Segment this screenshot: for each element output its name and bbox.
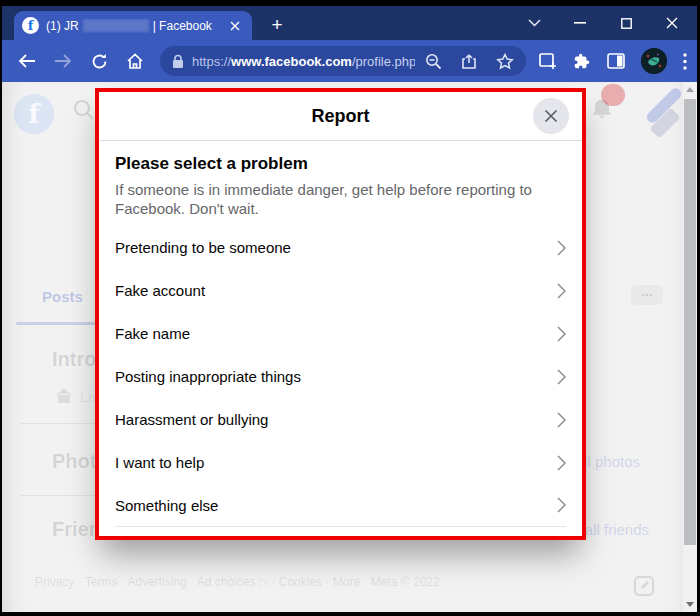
- chevron-right-icon: [557, 455, 566, 471]
- footer-links: Privacy · Terms · Advertising · Ad choic…: [35, 575, 440, 589]
- tab-posts: Posts: [42, 288, 83, 305]
- option-fake-name[interactable]: Fake name: [115, 312, 566, 355]
- chevron-right-icon: [557, 369, 566, 385]
- bookmark-star-icon[interactable]: [496, 53, 514, 70]
- option-label: Harassment or bullying: [115, 411, 268, 428]
- url-scheme: https://: [192, 54, 231, 69]
- facebook-favicon-icon: f: [22, 17, 39, 34]
- option-pretending-to-be-someone[interactable]: Pretending to be someone: [115, 226, 566, 269]
- tab-title-suffix: | Facebook: [153, 19, 212, 33]
- zoom-out-icon[interactable]: [425, 53, 442, 70]
- url-text: https://www.facebook.com/profile.php…: [192, 54, 415, 69]
- problem-heading: Please select a problem: [115, 153, 566, 174]
- report-options-list: Pretending to be someone Fake account Fa…: [115, 226, 566, 527]
- report-dialog: Report Please select a problem If someon…: [99, 92, 582, 536]
- option-something-else[interactable]: Something else: [115, 484, 566, 527]
- option-i-want-to-help[interactable]: I want to help: [115, 441, 566, 484]
- browser-tab-facebook[interactable]: f (1) JR | Facebook: [14, 11, 252, 40]
- minimize-button[interactable]: [569, 12, 591, 34]
- home-icon[interactable]: [120, 46, 150, 76]
- new-tab-button[interactable]: +: [264, 12, 290, 38]
- option-posting-inappropriate-things[interactable]: Posting inappropriate things: [115, 355, 566, 398]
- chevron-right-icon: [557, 497, 566, 513]
- chevron-right-icon: [557, 283, 566, 299]
- annotation-red-box: Report Please select a problem If someon…: [95, 88, 586, 540]
- chevron-right-icon: [557, 412, 566, 428]
- posts-tab-underline: [16, 322, 96, 325]
- tab-title: (1) JR | Facebook: [46, 19, 226, 33]
- search-icon: [72, 98, 96, 122]
- option-label: Fake account: [115, 282, 205, 299]
- redacted-name-blur: [83, 19, 149, 32]
- tab-close-icon[interactable]: [226, 17, 244, 35]
- scrollbar-up-icon[interactable]: [683, 82, 697, 97]
- option-label: I want to help: [115, 454, 204, 471]
- option-harassment-or-bullying[interactable]: Harassment or bullying: [115, 398, 566, 441]
- dialog-title: Report: [312, 106, 370, 127]
- option-label: Fake name: [115, 325, 190, 342]
- back-icon[interactable]: [12, 46, 42, 76]
- lock-icon: [172, 54, 184, 69]
- browser-titlebar: f (1) JR | Facebook +: [2, 6, 697, 40]
- url-domain: www.facebook.com: [231, 54, 352, 69]
- share-icon[interactable]: [460, 53, 478, 70]
- side-panel-icon[interactable]: [607, 53, 625, 69]
- reload-icon[interactable]: [84, 46, 114, 76]
- option-label: Something else: [115, 497, 218, 514]
- maximize-button[interactable]: [615, 12, 637, 34]
- browser-toolbar: https://www.facebook.com/profile.php…: [2, 40, 697, 82]
- notification-badge: [601, 84, 625, 106]
- option-label: Posting inappropriate things: [115, 368, 301, 385]
- profile-more-button: ...: [631, 285, 663, 305]
- lives-in-home-icon: [54, 386, 74, 404]
- facebook-logo-icon: f: [14, 94, 54, 134]
- menu-kebab-icon[interactable]: [683, 53, 687, 70]
- report-dialog-header: Report: [99, 92, 582, 140]
- profile-avatar[interactable]: [641, 48, 667, 74]
- screen-capture-icon[interactable]: [538, 52, 557, 70]
- address-bar[interactable]: https://www.facebook.com/profile.php…: [160, 46, 526, 76]
- chevron-right-icon: [557, 326, 566, 342]
- tab-search-chevron-icon[interactable]: [523, 12, 545, 34]
- scrollbar-down-icon[interactable]: [683, 597, 697, 612]
- option-fake-account[interactable]: Fake account: [115, 269, 566, 312]
- scrollbar-thumb[interactable]: [684, 99, 696, 545]
- option-label: Pretending to be someone: [115, 239, 291, 256]
- forward-icon[interactable]: [48, 46, 78, 76]
- close-icon: [543, 108, 559, 124]
- intro-heading: Intro: [52, 348, 96, 371]
- close-window-button[interactable]: [661, 12, 683, 34]
- dialog-close-button[interactable]: [533, 98, 569, 134]
- chevron-right-icon: [557, 240, 566, 256]
- edit-compose-icon: [632, 574, 656, 598]
- page-scrollbar[interactable]: [683, 82, 697, 612]
- problem-subtitle: If someone is in immediate danger, get h…: [115, 180, 566, 218]
- tab-title-prefix: (1) JR: [46, 19, 79, 33]
- url-path: /profile.php…: [352, 54, 415, 69]
- extensions-puzzle-icon[interactable]: [573, 52, 591, 70]
